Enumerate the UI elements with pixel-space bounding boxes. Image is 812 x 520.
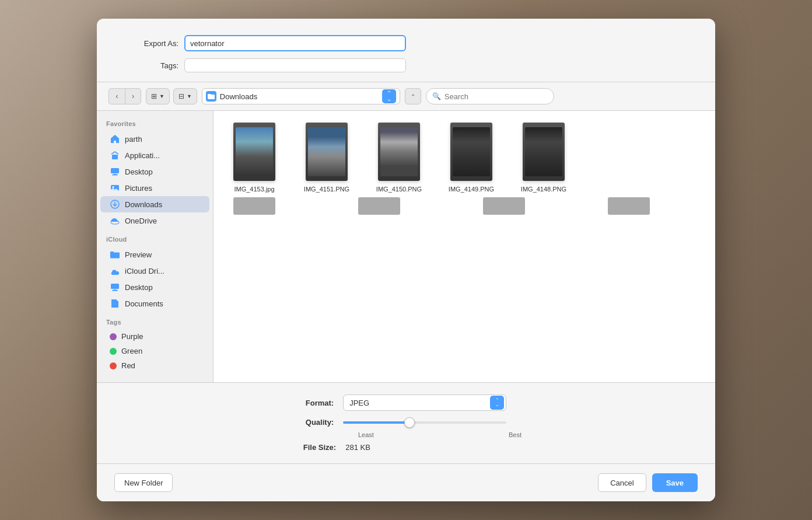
documents-icon xyxy=(110,298,120,309)
red-dot xyxy=(110,362,117,369)
tags-label: Tags: xyxy=(120,61,178,70)
file-area: IMG_4153.jpg IMG_4151.PNG xyxy=(214,111,715,382)
dialog-top: Export As: vetornator Tags: xyxy=(97,19,715,82)
file-name-2: IMG_4150.PNG xyxy=(376,186,422,193)
format-select-wrapper: JPEG PNG TIFF PDF BMP ⌃⌄ xyxy=(343,395,506,411)
sidebar-item-label-green: Green xyxy=(121,347,142,355)
scroll-hint-1 xyxy=(298,197,356,215)
filesize-label: File Size: xyxy=(303,443,336,452)
right-buttons: Cancel Save xyxy=(598,473,698,492)
quality-max-label: Best xyxy=(509,431,522,438)
icon-view-button[interactable]: ⊞ ▼ xyxy=(146,88,170,104)
toolbar: ‹ › ⊞ ▼ ⊟ ▼ Downloads ⌃⌄ ⌃ xyxy=(97,82,715,111)
green-dot xyxy=(110,348,117,355)
search-input[interactable] xyxy=(444,92,548,101)
svg-rect-8 xyxy=(111,284,119,289)
location-arrows: ⌃⌄ xyxy=(382,89,396,103)
file-grid: IMG_4153.jpg IMG_4151.PNG xyxy=(225,123,704,193)
file-item-2[interactable]: IMG_4150.PNG xyxy=(370,123,428,193)
scroll-hint-0 xyxy=(225,197,284,215)
file-name-3: IMG_4149.PNG xyxy=(449,186,494,193)
format-row: Format: JPEG PNG TIFF PDF BMP ⌃⌄ xyxy=(120,395,692,411)
dialog-bottom: Format: JPEG PNG TIFF PDF BMP ⌃⌄ Quality… xyxy=(97,382,715,463)
sidebar-item-red[interactable]: Red xyxy=(100,358,209,373)
sidebar-item-label-icloud-drive: iCloud Dri... xyxy=(125,267,164,275)
list-view-chevron: ▼ xyxy=(187,93,192,99)
cancel-button[interactable]: Cancel xyxy=(598,473,646,492)
dialog-footer: New Folder Cancel Save xyxy=(97,463,715,501)
location-dropdown[interactable]: Downloads ⌃⌄ xyxy=(202,88,400,104)
svg-rect-10 xyxy=(112,290,118,291)
file-thumb-2 xyxy=(378,123,420,181)
file-item-0[interactable]: IMG_4153.jpg xyxy=(225,123,284,193)
file-name-1: IMG_4151.PNG xyxy=(304,186,349,193)
scroll-hint-3 xyxy=(442,197,501,215)
search-box[interactable]: 🔍 xyxy=(426,88,554,104)
scroll-hint-thumb-0 xyxy=(233,197,275,215)
new-folder-button[interactable]: New Folder xyxy=(114,473,173,492)
onedrive-icon xyxy=(110,215,120,226)
sidebar-item-parth[interactable]: parth xyxy=(100,131,209,147)
export-row: Export As: vetornator xyxy=(120,35,692,51)
sidebar-item-label-purple: Purple xyxy=(121,332,144,341)
save-button[interactable]: Save xyxy=(652,473,698,492)
dialog-body: Favorites parth Applicati... xyxy=(97,111,715,382)
forward-button[interactable]: › xyxy=(125,88,141,104)
desktop-icon xyxy=(110,166,120,177)
quality-slider[interactable] xyxy=(343,421,506,424)
filesize-row: File Size: 281 KB xyxy=(120,443,692,452)
format-label: Format: xyxy=(306,399,334,407)
expand-button[interactable]: ⌃ xyxy=(405,88,421,104)
icloud-drive-icon xyxy=(110,266,120,276)
icon-view-chevron: ▼ xyxy=(159,93,164,99)
sidebar-item-label-red: Red xyxy=(121,361,135,370)
location-folder-icon xyxy=(206,91,216,102)
preview-folder-icon xyxy=(110,249,120,260)
export-label: Export As: xyxy=(120,39,178,48)
svg-rect-1 xyxy=(111,168,119,173)
applications-icon xyxy=(110,150,120,160)
sidebar-item-green[interactable]: Green xyxy=(100,344,209,358)
sidebar-item-documents[interactable]: Documents xyxy=(100,295,209,312)
quality-hints: Least Best xyxy=(358,431,522,438)
back-button[interactable]: ‹ xyxy=(108,88,125,104)
tags-input[interactable] xyxy=(184,58,406,72)
file-name-0: IMG_4153.jpg xyxy=(234,186,274,193)
scroll-hint-2 xyxy=(370,197,428,215)
nav-buttons: ‹ › xyxy=(108,88,141,104)
scroll-hint-thumb-3 xyxy=(608,197,650,215)
file-item-3[interactable]: IMG_4149.PNG xyxy=(442,123,501,193)
export-input[interactable]: vetornator xyxy=(184,35,406,51)
sidebar: Favorites parth Applicati... xyxy=(97,111,214,382)
list-view-button[interactable]: ⊟ ▼ xyxy=(173,88,197,104)
save-dialog: Export As: vetornator Tags: ‹ › ⊞ ▼ ⊟ ▼ xyxy=(97,19,715,501)
sidebar-item-icloud-desktop[interactable]: Desktop xyxy=(100,279,209,295)
svg-point-5 xyxy=(113,186,114,188)
file-thumb-1 xyxy=(306,123,348,181)
format-select[interactable]: JPEG PNG TIFF PDF BMP xyxy=(343,395,506,411)
sidebar-item-label-parth: parth xyxy=(125,135,142,144)
pictures-icon xyxy=(110,183,120,193)
quality-hint-row: Least Best xyxy=(120,431,692,438)
sidebar-item-applications[interactable]: Applicati... xyxy=(100,147,209,163)
sidebar-item-onedrive[interactable]: OneDrive xyxy=(100,212,209,229)
icloud-desktop-icon xyxy=(110,282,120,292)
sidebar-item-label-downloads: Downloads xyxy=(125,200,162,209)
sidebar-item-pictures[interactable]: Pictures xyxy=(100,180,209,196)
sidebar-item-purple[interactable]: Purple xyxy=(100,329,209,344)
svg-rect-0 xyxy=(112,155,118,159)
sidebar-item-label-desktop: Desktop xyxy=(125,167,153,176)
sidebar-item-label-applications: Applicati... xyxy=(125,151,160,160)
tags-row: Tags: xyxy=(120,58,692,72)
svg-rect-3 xyxy=(112,175,118,176)
file-item-4[interactable]: IMG_4148.PNG xyxy=(514,123,573,193)
quality-label: Quality: xyxy=(306,418,334,427)
sidebar-item-preview[interactable]: Preview xyxy=(100,246,209,263)
location-name: Downloads xyxy=(220,92,379,101)
sidebar-item-icloud-drive[interactable]: iCloud Dri... xyxy=(100,263,209,279)
file-thumb-0 xyxy=(233,123,275,181)
sidebar-item-desktop[interactable]: Desktop xyxy=(100,163,209,180)
sidebar-item-downloads[interactable]: Downloads xyxy=(100,196,209,212)
icloud-label: iCloud xyxy=(97,236,213,246)
file-item-1[interactable]: IMG_4151.PNG xyxy=(298,123,356,193)
